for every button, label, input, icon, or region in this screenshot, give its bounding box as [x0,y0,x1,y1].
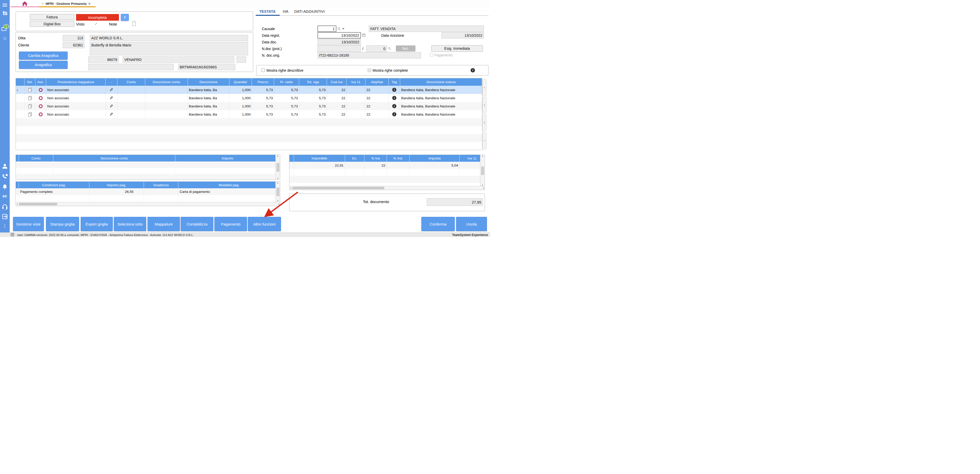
exit-icon[interactable] [0,214,10,220]
grid-col-tot-riga[interactable]: Tot. riga [299,78,327,86]
causale-dropdown-icon[interactable] [342,28,345,30]
tab-dati-aggiuntivi[interactable]: DATI AGGIUNTIVI [294,10,325,14]
ass-status-icon[interactable] [35,94,46,102]
grid-col-quantita[interactable]: Quantita' [229,78,252,86]
teamsystem-logo[interactable]: ts [0,10,10,17]
tab-close-icon[interactable]: ✕ [88,2,91,6]
anagrafica-button[interactable]: Anagrafica [19,61,68,69]
stampa-griglia-button[interactable]: Stampa griglia [46,217,79,231]
data-regist-input[interactable]: 13/10/2022 [318,32,361,38]
tag-info-icon[interactable]: i [389,86,400,94]
causale-input[interactable]: 1 [318,25,336,32]
ndoc-search-icon[interactable] [388,47,391,50]
conto-col-descrizione[interactable]: Descrizione conto [53,155,175,161]
grid-col-sel[interactable]: Sel. [24,78,35,86]
nav-page-up-icon[interactable]: ▲▲ [482,97,487,113]
causale-search-icon[interactable] [337,27,341,30]
sel-pages-icon[interactable] [24,86,35,94]
iva-col-es[interactable]: Es. [345,155,364,162]
iva-col-perc-ind[interactable]: % Ind. [387,155,410,162]
mostra-descrittive-checkbox[interactable] [262,68,265,72]
seleziona-tutto-button[interactable]: Seleziona tutto [114,217,146,231]
pagamento-button[interactable]: Pagamento [215,217,247,231]
home-tab[interactable] [11,0,39,7]
grid-col-iva11[interactable]: Iva 11 [347,78,366,86]
iva-col-imposta[interactable]: Imposta [410,155,460,162]
pag-col-condizioni[interactable]: Condizioni pag. [19,181,89,188]
note-document-icon[interactable] [132,21,136,26]
ass-status-icon[interactable] [35,110,46,118]
sel-pages-icon[interactable] [24,102,35,110]
ec-app-icon[interactable]: ec [0,194,10,199]
iva-col-perc-iva[interactable]: % Iva [364,155,387,162]
pagamenti-hscrollbar[interactable]: ◂ ▸ [16,202,280,206]
user-profile-icon[interactable] [0,163,10,169]
options-info-icon[interactable]: i [471,68,475,72]
favorites-star-icon[interactable]: ☆ [0,35,10,41]
grid-col-cod-iva[interactable]: Cod.Iva [327,78,347,86]
grid-col-dash[interactable]: - [106,78,118,86]
pag-col-modalita[interactable]: Modalità pag. [178,181,280,188]
menu-hamburger-icon[interactable] [0,3,10,7]
nav-first-icon[interactable]: ▲ [482,79,487,96]
pagamenti-vscrollbar[interactable]: ▲▼ [275,181,280,202]
mostra-complete-checkbox[interactable]: ✓ [368,68,371,72]
grid-row[interactable]: Non associato ✎ Bandiera Italia, Ba 1,00… [16,102,482,110]
grid-col-pr-netto[interactable]: Pr. netto [274,78,299,86]
conto-vscrollbar[interactable]: ▲▼ [275,155,280,180]
notifications-bell-icon[interactable] [0,184,10,190]
more-options-icon[interactable]: ⋮ [0,223,10,228]
tab-favorite-star-icon[interactable]: ☆ [41,2,44,6]
ass-status-icon[interactable] [35,102,46,110]
document-tab[interactable]: ☆ MPRI - Gestione Primanota ✕ [39,0,96,7]
tab-iva[interactable]: IVA [283,10,288,14]
conferma-button[interactable]: Conferma [422,217,455,231]
nav-last-icon[interactable]: ▼ [482,132,487,150]
gestione-viste-button[interactable]: Gestione viste [13,217,44,231]
ditta-code-field[interactable]: 113 [63,35,84,41]
sel-pages-icon[interactable] [24,94,35,102]
sel-pages-icon[interactable] [24,110,35,118]
conto-col-importo[interactable]: Importo [175,155,280,161]
ass-status-icon[interactable] [35,86,46,94]
iva-hscrollbar[interactable]: ◂ ▸ [290,186,485,190]
iva-col-imponibile[interactable]: Imponibile [294,155,345,162]
grid-row[interactable]: Non associato ✎ Bandiera Italia, Ba 1,00… [16,94,482,102]
edit-pencil-icon[interactable]: ✎ [106,102,118,110]
app-grid-icon[interactable] [11,233,14,237]
altre-funzioni-button[interactable]: Altre funzioni [248,217,281,231]
esig-immediata-button[interactable]: Esig. Immediata [431,45,483,52]
tab-testata[interactable]: TESTATA [259,10,275,14]
tag-info-icon[interactable]: i [389,94,400,102]
grid-col-descrizione-estesa[interactable]: Descrizione estesa [400,78,482,86]
sez-button[interactable]: Sez. [396,45,415,51]
contact-phone-icon[interactable] [0,173,10,179]
grid-col-ass[interactable]: Ass. [35,78,46,86]
tag-info-icon[interactable]: i [389,102,400,110]
grid-col-provenienza[interactable]: Provenienza mappatura [46,78,106,86]
iva-row[interactable]: 22,91 22 5,04 [290,162,485,169]
nav-page-down-icon[interactable]: ▼▼ [482,114,487,131]
tag-info-icon[interactable]: i [389,110,400,118]
pag-col-importo[interactable]: Importo pag. [89,181,144,188]
support-headset-icon[interactable] [0,204,10,210]
pag-col-scadenza[interactable]: Scadenza [144,181,178,188]
conto-col-conto[interactable]: Conto [19,155,53,161]
grid-col-prezzo[interactable]: Prezzo [252,78,274,86]
fattura-button[interactable]: Fattura [30,14,74,20]
ndoc-num-field[interactable]: 0 [366,45,387,52]
data-regist-calendar-icon[interactable] [362,33,366,37]
help-button[interactable]: ? [121,14,129,21]
mappature-button[interactable]: Mappature [148,217,180,231]
grid-col-conto[interactable]: Conto [118,78,145,86]
grid-col-aliq-nat[interactable]: Aliq/Nat [366,78,389,86]
grid-col-descrizione-conto[interactable]: Descrizione conto [145,78,188,86]
grid-col-tag[interactable]: Tag [389,78,400,86]
edit-pencil-icon[interactable]: ✎ [106,110,118,118]
export-griglia-button[interactable]: Export griglia [81,217,113,231]
edit-pencil-icon[interactable]: ✎ [106,94,118,102]
open-windows-badge-icon[interactable]: 1 [0,24,10,32]
contabilizza-button[interactable]: Contabilizza [181,217,213,231]
grid-row[interactable]: Non associato ✎ Bandiera Italia, Ba 1,00… [16,110,482,118]
cliente-code-field[interactable]: 62361 [63,42,84,48]
